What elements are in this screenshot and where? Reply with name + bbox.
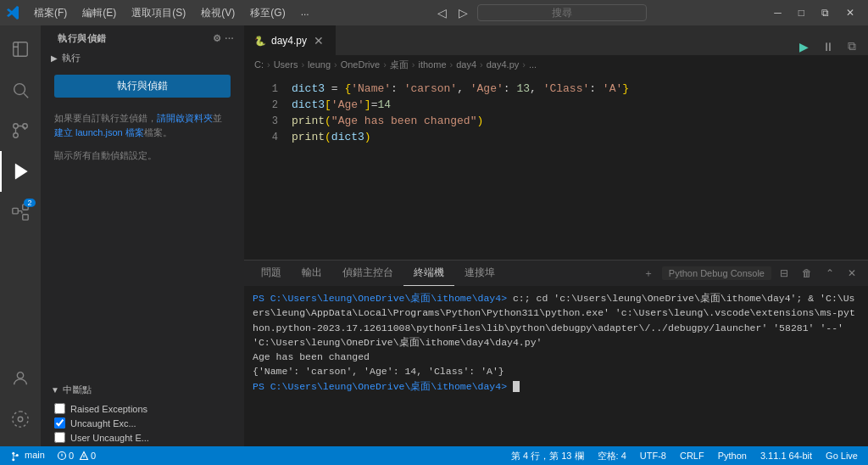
activity-settings[interactable]	[0, 399, 41, 440]
activity-explorer[interactable]	[0, 29, 41, 70]
breadcrumb-onedrive[interactable]: OneDrive	[341, 59, 380, 70]
new-terminal-button[interactable]: ＋	[638, 265, 659, 283]
warning-count: 0	[91, 451, 96, 461]
menu-file[interactable]: 檔案(F)	[31, 4, 70, 22]
code-content-1: dict3 = {'Name': 'carson', 'Age': 13, 'C…	[292, 82, 629, 95]
svg-marker-7	[16, 165, 27, 179]
maximize-panel-button[interactable]: ⌃	[821, 266, 839, 281]
status-encoding[interactable]: UTF-8	[637, 451, 670, 461]
panel-tab-problems[interactable]: 問題	[251, 261, 292, 286]
breadcrumb-c[interactable]: C:	[254, 59, 264, 70]
uncaught-exceptions-checkbox[interactable]	[54, 417, 65, 429]
menu-more[interactable]: ...	[298, 4, 313, 22]
console-label: Python Debug Console	[662, 266, 771, 280]
activity-accounts[interactable]	[0, 358, 41, 399]
tab-filename: day4.py	[271, 35, 307, 47]
titlebar-center: ◁ ▷	[433, 4, 647, 21]
tab-close-button[interactable]: ✕	[312, 34, 326, 48]
breadcrumb-desktop[interactable]: 桌面	[390, 59, 409, 71]
terminal[interactable]: PS C:\Users\leung\OneDrive\桌面\ithome\day…	[244, 286, 868, 446]
user-uncaught-checkbox[interactable]	[54, 432, 65, 443]
activity-source-control[interactable]	[0, 110, 41, 151]
close-button[interactable]: ✕	[839, 3, 861, 22]
nav-back-button[interactable]: ◁	[433, 4, 451, 21]
status-python-version[interactable]: 3.11.1 64-bit	[757, 451, 815, 461]
run-debug-button[interactable]: 執行與偵錯	[54, 75, 231, 98]
open-folder-link[interactable]: 請開啟資料夾	[157, 113, 213, 123]
breadcrumb-ithome[interactable]: ithome	[418, 59, 446, 70]
status-git-branch[interactable]: main	[7, 450, 48, 461]
code-line-4: 4 print(dict3)	[244, 129, 868, 145]
python-file-icon: 🐍	[254, 36, 266, 47]
editor-area: 🐍 day4.py ✕ ▶ ⏸ ⧉ C: › Users › leung › O…	[244, 25, 868, 446]
tab-day4-py[interactable]: 🐍 day4.py ✕	[244, 25, 336, 55]
breadcrumb-leung[interactable]: leung	[308, 59, 331, 70]
status-language[interactable]: Python	[715, 451, 750, 461]
status-go-live[interactable]: Go Live	[822, 451, 861, 461]
code-editor[interactable]: 1 dict3 = {'Name': 'carson', 'Age': 13, …	[244, 74, 868, 260]
section-chevron-icon: ▶	[51, 53, 58, 63]
menu-select[interactable]: 選取項目(S)	[128, 4, 189, 22]
pause-button[interactable]: ⏸	[817, 38, 839, 55]
status-position[interactable]: 第 4 行，第 13 欄	[508, 450, 587, 462]
sidebar-header-icons: ⚙ ···	[213, 33, 234, 44]
line-number-1: 1	[251, 83, 278, 95]
user-uncaught-label: User Uncaught E...	[70, 433, 149, 443]
status-errors[interactable]: 0 0	[53, 451, 99, 461]
panel-tab-output[interactable]: 輸出	[292, 261, 332, 286]
section-label: 執行	[62, 52, 81, 64]
tab-actions: ▶ ⏸ ⧉	[794, 37, 868, 55]
search-container	[477, 4, 647, 21]
close-panel-button[interactable]: ✕	[843, 266, 861, 281]
panel-tab-debug-console[interactable]: 偵錯主控台	[332, 261, 403, 286]
all-auto-debug-link[interactable]: 顯示所有自動偵錯設定。	[41, 146, 244, 165]
status-line-ending[interactable]: CRLF	[676, 451, 708, 461]
line-number-3: 3	[251, 115, 278, 127]
split-editor-button[interactable]: ⧉	[843, 37, 861, 55]
uncaught-exceptions-label: Uncaught Exc...	[70, 418, 136, 429]
panel-area: 問題 輸出 偵錯主控台 終端機 連接埠 ＋ Python Debug Conso…	[244, 260, 868, 446]
sidebar-section-run[interactable]: ▶ 執行	[41, 48, 244, 68]
split-terminal-button[interactable]: ⊟	[775, 266, 793, 281]
code-content-4: print(dict3)	[292, 131, 371, 143]
sidebar-more-icon[interactable]: ···	[225, 33, 234, 44]
svg-point-5	[14, 133, 19, 138]
panel-tab-ports[interactable]: 連接埠	[454, 261, 505, 286]
nav-forward-button[interactable]: ▷	[454, 4, 472, 21]
breakpoint-item-1: Uncaught Exc...	[47, 416, 237, 430]
svg-rect-0	[14, 42, 28, 57]
activity-extensions[interactable]: 2	[0, 192, 41, 232]
status-spaces[interactable]: 空格: 4	[594, 450, 630, 462]
svg-point-15	[12, 458, 14, 461]
menu-bar: 檔案(F) 編輯(E) 選取項目(S) 檢視(V) 移至(G) ...	[31, 4, 313, 22]
run-button[interactable]: ▶	[794, 38, 814, 55]
status-left: main 0 0	[7, 450, 99, 461]
kill-terminal-button[interactable]: 🗑	[797, 266, 817, 281]
breadcrumb-users[interactable]: Users	[274, 59, 298, 70]
sidebar-settings-icon[interactable]: ⚙	[213, 33, 222, 44]
search-input[interactable]	[477, 4, 647, 21]
breakpoints-list: Raised Exceptions Uncaught Exc... User U…	[41, 400, 244, 446]
minimize-button[interactable]: ─	[767, 3, 788, 22]
activity-search[interactable]	[0, 70, 41, 110]
raised-exceptions-checkbox[interactable]	[54, 403, 65, 414]
menu-view[interactable]: 檢視(V)	[198, 4, 238, 22]
breakpoints-header[interactable]: ▼ 中斷點	[41, 380, 244, 400]
maximize-button[interactable]: □	[792, 3, 811, 22]
breadcrumb-more[interactable]: ...	[529, 59, 537, 70]
activity-run-debug[interactable]	[0, 151, 41, 192]
menu-edit[interactable]: 編輯(E)	[79, 4, 120, 22]
code-content-3: print("Age has been changed")	[292, 115, 483, 127]
panel-actions: ＋ Python Debug Console ⊟ 🗑 ⌃ ✕	[638, 265, 861, 283]
breadcrumb-day4[interactable]: day4	[456, 59, 476, 70]
restore-button[interactable]: ⧉	[815, 3, 836, 22]
panel-tab-terminal[interactable]: 終端機	[403, 261, 454, 286]
code-line-2: 2 dict3['Age']=14	[244, 97, 868, 113]
window-controls: ─ □ ⧉ ✕	[767, 3, 861, 22]
breadcrumb-file[interactable]: day4.py	[487, 59, 520, 70]
menu-goto[interactable]: 移至(G)	[247, 4, 288, 22]
create-launch-link[interactable]: 建立 launch.json 檔案	[54, 127, 144, 137]
panel-tabs: 問題 輸出 偵錯主控台 終端機 連接埠 ＋ Python Debug Conso…	[244, 261, 868, 286]
main-layout: 2 執行與偵錯 ⚙ ···	[0, 25, 868, 446]
tab-bar: 🐍 day4.py ✕ ▶ ⏸ ⧉	[244, 25, 868, 55]
